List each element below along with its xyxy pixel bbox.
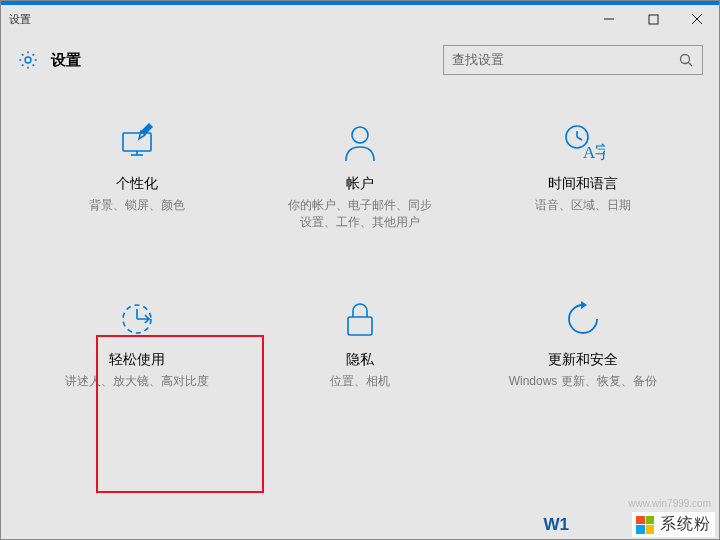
page-title: 设置 (51, 51, 81, 70)
watermark: 系统粉 (632, 512, 715, 537)
titlebar: 设置 (1, 5, 719, 33)
accounts-icon (338, 121, 382, 165)
settings-grid: 个性化 背景、锁屏、颜色 帐户 你的帐户、电子邮件、同步设置、工作、其他用户 A… (1, 83, 719, 407)
tile-subtitle: 背景、锁屏、颜色 (89, 197, 185, 214)
search-input[interactable]: 查找设置 (443, 45, 703, 75)
tile-update-security[interactable]: 更新和安全 Windows 更新、恢复、备份 (476, 289, 689, 398)
header-left: 设置 (17, 49, 81, 71)
tile-subtitle: 讲述人、放大镜、高对比度 (65, 373, 209, 390)
watermark-bluetext: W1 (544, 515, 570, 535)
svg-rect-1 (649, 15, 658, 24)
svg-rect-17 (348, 317, 372, 335)
gear-icon (17, 49, 39, 71)
personalization-icon (115, 121, 159, 165)
svg-point-10 (352, 127, 368, 143)
tile-subtitle: 位置、相机 (330, 373, 390, 390)
tile-time-language[interactable]: A字 时间和语言 语音、区域、日期 (476, 113, 689, 239)
minimize-button[interactable] (587, 5, 631, 33)
header: 设置 查找设置 (1, 33, 719, 83)
close-button[interactable] (675, 5, 719, 33)
watermark-url: www.win7999.com (628, 498, 711, 509)
ms-logo-icon (636, 516, 654, 534)
tile-title: 轻松使用 (109, 351, 165, 369)
tile-ease-of-access[interactable]: 轻松使用 讲述人、放大镜、高对比度 (31, 289, 244, 398)
tile-title: 个性化 (116, 175, 158, 193)
tile-accounts[interactable]: 帐户 你的帐户、电子邮件、同步设置、工作、其他用户 (254, 113, 467, 239)
tile-subtitle: 语音、区域、日期 (535, 197, 631, 214)
svg-line-6 (689, 63, 693, 67)
svg-line-13 (577, 137, 582, 140)
search-placeholder: 查找设置 (452, 51, 504, 69)
svg-text:A字: A字 (583, 143, 605, 162)
tile-subtitle: 你的帐户、电子邮件、同步设置、工作、其他用户 (285, 197, 435, 231)
tile-title: 帐户 (346, 175, 374, 193)
tile-subtitle: Windows 更新、恢复、备份 (509, 373, 657, 390)
tile-personalization[interactable]: 个性化 背景、锁屏、颜色 (31, 113, 244, 239)
content-area: 设置 查找设置 个性化 背景、锁屏、颜色 (1, 33, 719, 540)
privacy-icon (338, 297, 382, 341)
maximize-button[interactable] (631, 5, 675, 33)
time-language-icon: A字 (561, 121, 605, 165)
update-security-icon (561, 297, 605, 341)
tile-title: 更新和安全 (548, 351, 618, 369)
tile-title: 时间和语言 (548, 175, 618, 193)
svg-point-4 (25, 57, 31, 63)
window-controls (587, 5, 719, 33)
search-icon (678, 52, 694, 68)
svg-point-5 (681, 55, 690, 64)
ease-of-access-icon (115, 297, 159, 341)
tile-privacy[interactable]: 隐私 位置、相机 (254, 289, 467, 398)
window-title: 设置 (9, 12, 31, 27)
tile-title: 隐私 (346, 351, 374, 369)
watermark-text: 系统粉 (660, 514, 711, 535)
svg-rect-7 (123, 133, 151, 151)
